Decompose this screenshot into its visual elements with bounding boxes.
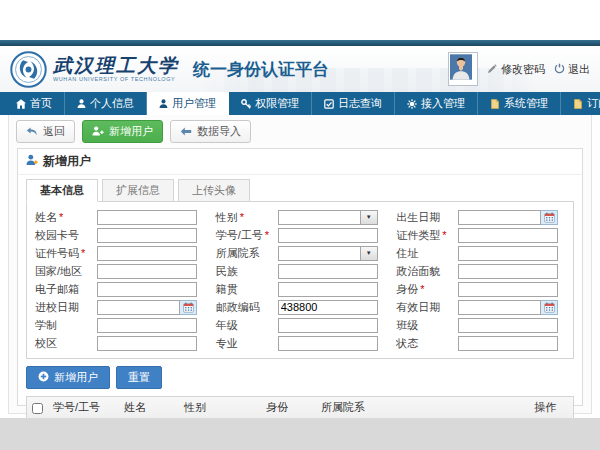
political-status-input[interactable] (458, 264, 558, 279)
user-icon (77, 99, 86, 108)
nav-item-user-management[interactable]: 用户管理 (147, 92, 229, 115)
nav-item-subscription-management[interactable]: 订阅管理 (561, 92, 600, 115)
name-input[interactable] (97, 210, 197, 225)
ethnicity-input[interactable] (278, 264, 378, 279)
form-field-schooling-length: 学制* (29, 316, 210, 334)
reset-button-label: 重置 (128, 370, 150, 385)
gender-dropdown-button[interactable]: ▼ (361, 210, 378, 225)
tab-extended-info[interactable]: 扩展信息 (102, 179, 174, 202)
nav-item-label: 权限管理 (255, 96, 299, 111)
identity-input[interactable] (458, 282, 558, 297)
nav-item-system-management[interactable]: 系统管理 (478, 92, 561, 115)
logout-link[interactable]: 退出 (554, 62, 590, 77)
nav-item-label: 订阅管理 (587, 96, 600, 111)
form-field-native-place: 籍贯* (210, 280, 391, 298)
enroll-date-input[interactable] (97, 300, 180, 315)
logout-label: 退出 (568, 62, 590, 77)
field-control (278, 264, 378, 279)
result-table: 学号/工号姓名性别身份所属院系操作 (27, 397, 573, 418)
field-control (97, 300, 197, 315)
major-input[interactable] (278, 336, 378, 351)
department-dropdown-button[interactable]: ▼ (361, 246, 378, 261)
birth-date-input[interactable] (458, 210, 541, 225)
submit-button-label: 新增用户 (54, 370, 98, 385)
campus-input[interactable] (97, 336, 197, 351)
form-field-class: 班级* (390, 316, 571, 334)
native-place-input[interactable] (278, 282, 378, 297)
valid-date-calendar-button[interactable] (541, 300, 558, 315)
schooling-length-input[interactable] (97, 318, 197, 333)
field-label: 民族* (210, 264, 278, 279)
grade-input[interactable] (278, 318, 378, 333)
section-title: 新增用户 (43, 153, 91, 170)
nav-item-access-management[interactable]: 接入管理 (395, 92, 478, 115)
form-field-identity: 身份* (390, 280, 571, 298)
select-all-checkbox[interactable] (32, 403, 43, 414)
back-button[interactable]: 返回 (16, 120, 75, 143)
department-input[interactable] (278, 246, 361, 261)
change-password-link[interactable]: 修改密码 (487, 62, 545, 77)
field-label: 姓名* (29, 210, 97, 225)
birth-date-calendar-button[interactable] (541, 210, 558, 225)
column-header-identity: 身份 (261, 397, 316, 418)
header: 武汉理工大学 WUHAN UNIVERSITY OF TECHNOLOGY 统一… (0, 46, 600, 92)
field-control (278, 336, 378, 351)
field-label: 籍贯* (210, 282, 278, 297)
gender-input[interactable] (278, 210, 361, 225)
field-control (458, 246, 558, 261)
person-add-icon (26, 154, 38, 169)
id-number-input[interactable] (97, 246, 197, 261)
field-control (97, 246, 197, 261)
user-icon (159, 99, 168, 108)
back-arrow-icon (26, 126, 38, 138)
field-label: 班级* (390, 318, 458, 333)
status-input[interactable] (458, 336, 558, 351)
field-label: 学号/工号* (210, 228, 278, 243)
key-icon (241, 99, 251, 109)
home-icon (16, 99, 26, 109)
field-control (458, 318, 558, 333)
valid-date-input[interactable] (458, 300, 541, 315)
submit-add-user-button[interactable]: 新增用户 (26, 366, 110, 389)
nav-item-personal-info[interactable]: 个人信息 (65, 92, 147, 115)
log-icon (324, 99, 334, 109)
nav-item-permission-management[interactable]: 权限管理 (229, 92, 312, 115)
page-bottom-margin (0, 418, 600, 450)
country-region-input[interactable] (97, 264, 197, 279)
nav-item-log-query[interactable]: 日志查询 (312, 92, 395, 115)
page-top-margin (0, 0, 600, 40)
address-input[interactable] (458, 246, 558, 261)
gear-icon (407, 99, 417, 109)
field-control (97, 336, 197, 351)
back-button-label: 返回 (43, 124, 65, 139)
form-field-id-type: 证件类型* (390, 226, 571, 244)
field-control (458, 282, 558, 297)
data-import-button[interactable]: 数据导入 (170, 120, 251, 143)
add-user-toolbar-button[interactable]: 新增用户 (82, 120, 163, 143)
form-grid: 姓名* 性别* ▼ 出生日期* 校园卡号* 学号/工号* 证件类型* (26, 201, 574, 359)
field-control (458, 210, 558, 225)
nav-item-label: 用户管理 (172, 96, 216, 111)
tab-basic-info[interactable]: 基本信息 (26, 179, 98, 202)
column-header-student-employee-id: 学号/工号 (48, 397, 119, 418)
add-user-icon (92, 126, 104, 138)
toolbar: 返回 新增用户 (9, 115, 591, 148)
field-label: 有效日期* (390, 300, 458, 315)
tab-upload-avatar[interactable]: 上传头像 (178, 179, 250, 202)
email-input[interactable] (97, 282, 197, 297)
form-field-name: 姓名* (29, 208, 210, 226)
nav-item-home[interactable]: 首页 (4, 92, 65, 115)
postal-code-input[interactable] (278, 300, 378, 315)
form-actions: 新增用户 重置 (18, 359, 582, 396)
content-area: 返回 新增用户 (0, 115, 600, 418)
reset-button[interactable]: 重置 (116, 366, 162, 389)
field-label: 进校日期* (29, 300, 97, 315)
column-header-name: 姓名 (119, 397, 179, 418)
form-field-campus-card-no: 校园卡号* (29, 226, 210, 244)
campus-card-no-input[interactable] (97, 228, 197, 243)
enroll-date-calendar-button[interactable] (180, 300, 197, 315)
class-input[interactable] (458, 318, 558, 333)
id-type-input[interactable] (458, 228, 558, 243)
student-employee-id-input[interactable] (278, 228, 378, 243)
field-label: 证件号码* (29, 246, 97, 261)
